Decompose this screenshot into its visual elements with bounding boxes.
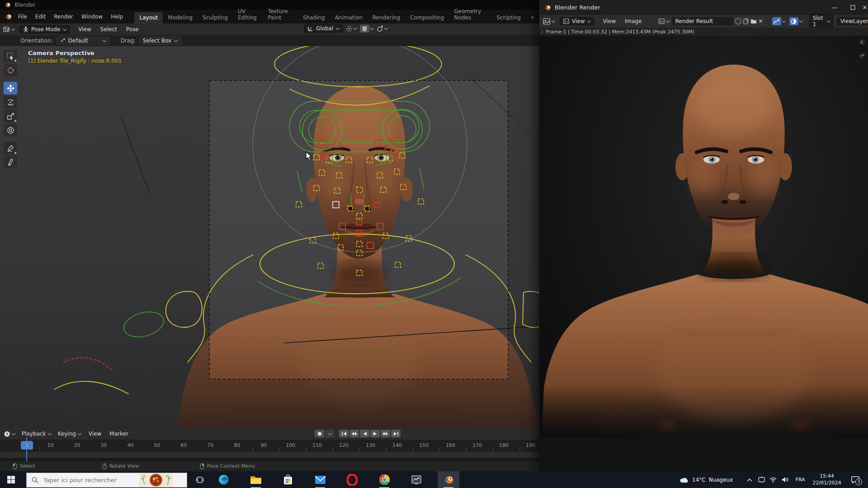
search-input[interactable]	[42, 476, 139, 484]
transform-orientation-dropdown[interactable]: Global	[304, 24, 343, 33]
tab-uv-editing[interactable]: UV Editing	[233, 6, 263, 23]
tab-geometry-nodes[interactable]: Geometry Nodes	[449, 6, 491, 23]
menu-edit[interactable]: Edit	[31, 10, 50, 23]
tool-tweak-select[interactable]	[4, 50, 17, 62]
tab-animation[interactable]: Animation	[330, 12, 368, 23]
tray-clock[interactable]: 15:44 22/01/2024	[809, 471, 844, 488]
render-slot-dropdown[interactable]: Slot 1	[809, 14, 833, 28]
jump-prev-keyframe-button[interactable]	[349, 430, 359, 437]
taskbar-file-explorer[interactable]	[245, 471, 267, 488]
rw-menu-view[interactable]: View	[598, 18, 620, 24]
chevron-down-icon[interactable]	[782, 19, 786, 23]
image-browse-dropdown[interactable]	[656, 18, 672, 25]
frame-ruler[interactable]: 1020 3040 5060 7080 90100 110120 130140 …	[0, 440, 539, 451]
tool-move[interactable]	[4, 82, 17, 94]
unlink-image-icon[interactable]: ✕	[759, 18, 763, 24]
maximize-button[interactable]	[844, 0, 862, 15]
editor-type-dropdown[interactable]	[3, 26, 15, 33]
tab-layout[interactable]: Layout	[134, 12, 163, 23]
tab-modeling[interactable]: Modeling	[163, 12, 198, 23]
tool-annotate[interactable]	[4, 142, 17, 155]
menu-file[interactable]: File	[14, 10, 31, 23]
taskbar-edge[interactable]	[212, 471, 234, 488]
timeline-marker-menu[interactable]: Marker	[109, 431, 128, 437]
jump-to-start-button[interactable]	[339, 430, 349, 437]
menu-pose[interactable]: Pose	[122, 26, 143, 33]
task-view-button[interactable]	[190, 471, 210, 488]
keying-options-dropdown[interactable]	[325, 430, 335, 437]
keying-menu[interactable]: Keying	[58, 431, 81, 437]
search-daily-image[interactable]	[139, 473, 173, 487]
tab-scripting[interactable]: Scripting	[492, 12, 526, 23]
tray-volume-button[interactable]	[779, 471, 791, 488]
image-name-field[interactable]: Render Result	[672, 17, 733, 25]
taskbar-search[interactable]	[26, 473, 187, 488]
chevron-down-icon[interactable]	[799, 19, 803, 23]
menu-view[interactable]: View	[74, 26, 95, 33]
tab-compositing[interactable]: Compositing	[405, 12, 449, 23]
taskbar-ms-store[interactable]	[277, 471, 299, 488]
expand-arrow-icon[interactable]: ›	[541, 29, 543, 35]
tool-cursor[interactable]	[4, 64, 17, 76]
tab-rendering[interactable]: Rendering	[368, 12, 405, 23]
open-folder-icon[interactable]	[750, 19, 757, 24]
tool-transform[interactable]	[4, 124, 17, 136]
auto-keying-toggle[interactable]	[315, 430, 324, 437]
taskbar-mail[interactable]	[309, 471, 331, 488]
playhead[interactable]	[26, 437, 27, 461]
playback-menu[interactable]: Playback	[22, 431, 52, 437]
tool-rotate[interactable]	[4, 96, 17, 108]
tool-measure[interactable]	[4, 156, 17, 169]
minimize-button[interactable]: —	[826, 0, 844, 15]
editor-type-dropdown[interactable]	[543, 18, 555, 25]
tray-expand-button[interactable]	[744, 471, 755, 488]
close-button[interactable]: ✕	[862, 0, 868, 15]
menu-help[interactable]: Help	[107, 10, 127, 23]
tab-sculpting[interactable]: Sculpting	[198, 12, 233, 23]
timeline-track-area[interactable]	[0, 451, 539, 458]
menu-render[interactable]: Render	[50, 10, 77, 23]
snap-options-dropdown[interactable]	[370, 27, 374, 30]
menu-window[interactable]: Window	[77, 10, 107, 23]
taskbar-opera[interactable]	[341, 471, 363, 488]
tool-gizmo-icon[interactable]	[859, 52, 866, 59]
viewport-canvas[interactable]: Camera Perspective (1) blender file_Rigi…	[0, 46, 539, 428]
default-orientation-dropdown[interactable]: Default	[57, 37, 110, 45]
snap-toggle[interactable]	[360, 25, 369, 33]
timeline-editor-type-dropdown[interactable]	[4, 431, 15, 437]
timeline-view-menu[interactable]: View	[89, 431, 101, 437]
play-button[interactable]	[370, 430, 380, 437]
viewport-scene[interactable]	[0, 46, 539, 428]
display-mode-dropdown[interactable]: View	[560, 17, 594, 25]
udim-grid-toggle[interactable]	[772, 17, 781, 25]
start-button[interactable]	[0, 471, 22, 488]
tray-wifi-button[interactable]	[768, 471, 778, 488]
taskbar-chrome[interactable]	[373, 471, 395, 488]
add-workspace-button[interactable]: +	[526, 12, 539, 23]
drag-mode-dropdown[interactable]: Select Box	[139, 37, 181, 45]
tray-device-button[interactable]	[756, 471, 767, 488]
new-image-copy-icon[interactable]	[743, 18, 749, 24]
jump-to-end-button[interactable]	[391, 430, 401, 437]
blender-logo-icon[interactable]	[5, 13, 12, 21]
pivot-point-dropdown[interactable]	[346, 25, 357, 32]
taskbar-blender-active[interactable]	[438, 471, 459, 488]
rw-menu-image[interactable]: Image	[620, 18, 646, 24]
jump-next-keyframe-button[interactable]	[381, 430, 390, 437]
tray-language[interactable]: FRA	[792, 471, 808, 488]
panel-arrow-icon[interactable]	[859, 38, 866, 46]
proportional-editing-icon[interactable]	[377, 25, 383, 32]
taskbar-capture-app[interactable]	[406, 471, 427, 488]
mode-dropdown[interactable]: Pose Mode	[19, 25, 70, 33]
view-layer-dropdown[interactable]: ViewLayer	[837, 17, 868, 25]
tab-shading[interactable]: Shading	[298, 12, 330, 23]
render-result-image[interactable]	[539, 36, 868, 471]
tab-texture-paint[interactable]: Texture Paint	[263, 6, 298, 23]
action-center-button[interactable]: 3	[846, 471, 864, 488]
fake-user-shield-icon[interactable]	[735, 17, 741, 25]
display-channels-dropdown[interactable]	[789, 17, 798, 25]
menu-select[interactable]: Select	[96, 26, 122, 33]
tray-weather[interactable]: 14°C Nuageux	[680, 471, 743, 488]
tool-scale[interactable]	[4, 110, 17, 122]
play-reverse-button[interactable]	[360, 430, 369, 437]
